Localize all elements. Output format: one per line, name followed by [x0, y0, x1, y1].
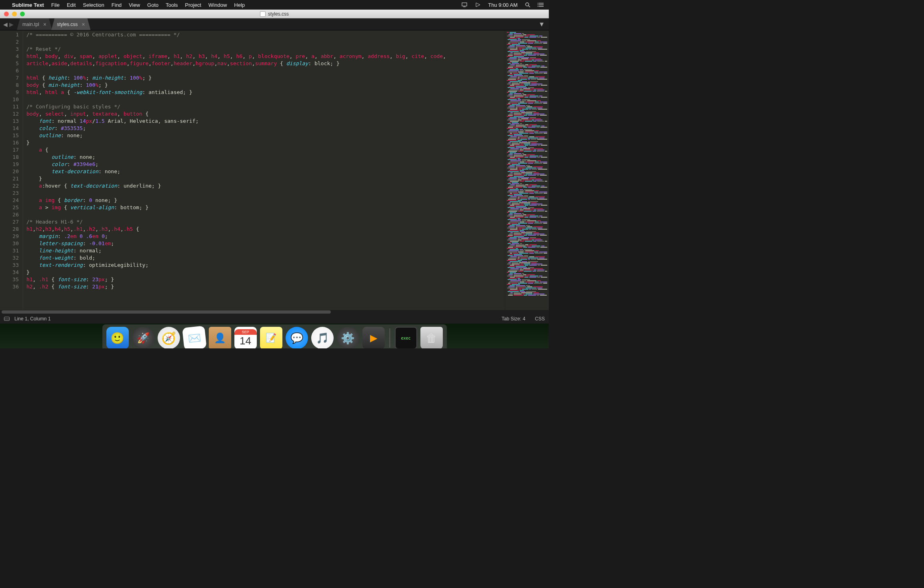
tab-size-selector[interactable]: Tab Size: 4	[502, 316, 525, 322]
svg-point-7	[538, 4, 538, 5]
cursor-position[interactable]: Line 1, Column 1	[14, 316, 51, 322]
editor-tabbar: ◀ ▶ main.tpl × styles.css × ▼	[0, 18, 549, 30]
minimap[interactable]	[505, 30, 549, 310]
menu-view[interactable]: View	[129, 2, 140, 8]
menu-list-icon[interactable]	[538, 2, 544, 7]
dock-sublime-icon[interactable]	[362, 327, 385, 348]
svg-point-8	[538, 6, 538, 7]
statusbar: Line 1, Column 1 Tab Size: 4 CSS	[0, 314, 549, 324]
dock-terminal-icon[interactable]	[395, 327, 417, 348]
svg-point-1	[526, 3, 529, 6]
macos-menubar: Sublime Text File Edit Selection Find Vi…	[0, 0, 549, 10]
tab-label: main.tpl	[22, 22, 39, 27]
app-name[interactable]: Sublime Text	[12, 2, 44, 8]
dock-settings-icon[interactable]	[337, 327, 359, 348]
menu-file[interactable]: File	[51, 2, 60, 8]
menu-find[interactable]: Find	[112, 2, 122, 8]
dock-notes-icon[interactable]	[260, 327, 282, 348]
code-editor[interactable]: /* ========== © 2016 Centroarts.com ====…	[23, 30, 505, 310]
svg-rect-0	[462, 3, 467, 6]
syntax-selector[interactable]: CSS	[535, 316, 545, 322]
window-title: styles.css	[268, 11, 289, 17]
menu-selection[interactable]: Selection	[83, 2, 104, 8]
menu-help[interactable]: Help	[234, 2, 245, 8]
menubar-clock[interactable]: Thu 9:00 AM	[488, 2, 518, 8]
menu-window[interactable]: Window	[208, 2, 227, 8]
script-icon[interactable]	[475, 2, 481, 8]
window-titlebar: styles.css	[0, 10, 549, 18]
dock-separator	[390, 328, 390, 348]
dock-messages-icon[interactable]	[286, 327, 308, 348]
line-number-gutter: 1234567891011121314151617181920212223242…	[0, 30, 23, 310]
menu-tools[interactable]: Tools	[166, 2, 178, 8]
dock-trash-icon[interactable]	[420, 327, 443, 348]
tab-styles-css[interactable]: styles.css ×	[51, 18, 90, 30]
menu-edit[interactable]: Edit	[67, 2, 76, 8]
svg-line-2	[528, 6, 530, 7]
dock-finder-icon[interactable]	[106, 327, 129, 348]
spotlight-icon[interactable]	[525, 2, 530, 8]
dock-mail-icon[interactable]	[182, 326, 207, 348]
panel-toggle-icon[interactable]	[4, 317, 10, 321]
calendar-day: 14	[240, 335, 251, 347]
dock-safari-icon[interactable]	[158, 327, 180, 348]
dock-itunes-icon[interactable]	[311, 327, 334, 348]
tab-close-icon[interactable]: ×	[82, 21, 85, 28]
window-minimize-button[interactable]	[12, 12, 17, 16]
tab-main-tpl[interactable]: main.tpl ×	[17, 18, 52, 30]
calendar-month: SEP	[234, 329, 257, 335]
display-icon[interactable]	[462, 2, 468, 7]
desktop: SEP 14	[0, 324, 549, 348]
tab-label: styles.css	[57, 22, 78, 27]
window-maximize-button[interactable]	[20, 12, 25, 16]
nav-back-icon[interactable]: ◀	[3, 21, 8, 28]
window-close-button[interactable]	[4, 12, 9, 16]
nav-forward-icon[interactable]: ▶	[9, 21, 14, 28]
menu-goto[interactable]: Goto	[147, 2, 158, 8]
dock-contacts-icon[interactable]	[209, 327, 231, 348]
menu-project[interactable]: Project	[185, 2, 201, 8]
tab-overflow-icon[interactable]: ▼	[534, 18, 549, 30]
scrollbar-thumb[interactable]	[2, 310, 331, 314]
editor-area: 1234567891011121314151617181920212223242…	[0, 30, 549, 310]
dock-calendar-icon[interactable]: SEP 14	[234, 327, 257, 348]
svg-point-6	[538, 3, 538, 4]
file-icon	[260, 11, 266, 17]
dock: SEP 14	[102, 324, 447, 348]
horizontal-scrollbar[interactable]	[0, 310, 549, 314]
dock-launchpad-icon[interactable]	[132, 327, 154, 348]
tab-close-icon[interactable]: ×	[43, 21, 46, 28]
